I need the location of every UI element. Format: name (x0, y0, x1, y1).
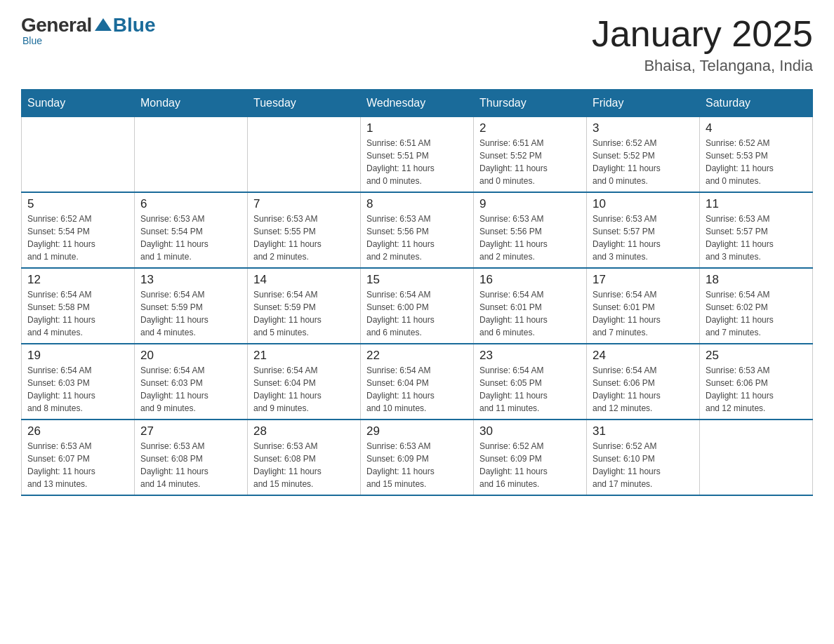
calendar-cell (700, 420, 813, 495)
day-info: Sunrise: 6:54 AMSunset: 6:05 PMDaylight:… (479, 364, 581, 415)
day-info: Sunrise: 6:54 AMSunset: 5:59 PMDaylight:… (140, 288, 241, 339)
day-number: 13 (140, 273, 241, 287)
day-info: Sunrise: 6:54 AMSunset: 6:06 PMDaylight:… (593, 364, 694, 415)
page-header: General Blue Blue January 2025 Bhaisa, T… (21, 14, 813, 75)
calendar-cell: 6Sunrise: 6:53 AMSunset: 5:54 PMDaylight… (135, 192, 248, 268)
day-number: 26 (27, 424, 128, 438)
day-info: Sunrise: 6:53 AMSunset: 5:56 PMDaylight:… (479, 213, 581, 263)
day-info: Sunrise: 6:53 AMSunset: 6:06 PMDaylight:… (706, 364, 807, 415)
day-info: Sunrise: 6:53 AMSunset: 5:57 PMDaylight:… (593, 213, 694, 263)
day-number: 6 (140, 197, 241, 211)
calendar-cell: 10Sunrise: 6:53 AMSunset: 5:57 PMDayligh… (587, 192, 700, 268)
week-row-1: 1Sunrise: 6:51 AMSunset: 5:51 PMDaylight… (22, 117, 813, 193)
day-number: 23 (479, 349, 581, 363)
day-number: 9 (479, 197, 581, 211)
day-number: 7 (253, 197, 355, 211)
day-info: Sunrise: 6:53 AMSunset: 5:55 PMDaylight:… (253, 213, 355, 263)
day-number: 5 (27, 197, 128, 211)
day-info: Sunrise: 6:54 AMSunset: 6:02 PMDaylight:… (706, 288, 807, 339)
day-number: 12 (27, 273, 128, 287)
day-info: Sunrise: 6:53 AMSunset: 6:08 PMDaylight:… (253, 440, 355, 490)
day-info: Sunrise: 6:53 AMSunset: 5:57 PMDaylight:… (706, 213, 807, 263)
week-row-3: 12Sunrise: 6:54 AMSunset: 5:58 PMDayligh… (22, 268, 813, 344)
calendar-subtitle: Bhaisa, Telangana, India (592, 57, 813, 75)
calendar-cell: 24Sunrise: 6:54 AMSunset: 6:06 PMDayligh… (587, 344, 700, 420)
day-number: 22 (366, 349, 468, 363)
logo-general-text: General (21, 14, 92, 36)
day-info: Sunrise: 6:54 AMSunset: 6:03 PMDaylight:… (27, 364, 128, 415)
calendar-cell: 13Sunrise: 6:54 AMSunset: 5:59 PMDayligh… (135, 268, 248, 344)
day-info: Sunrise: 6:54 AMSunset: 6:04 PMDaylight:… (366, 364, 468, 415)
day-number: 4 (706, 121, 807, 135)
calendar-cell: 11Sunrise: 6:53 AMSunset: 5:57 PMDayligh… (700, 192, 813, 268)
day-number: 30 (479, 424, 581, 438)
logo: General Blue Blue (21, 14, 155, 46)
day-number: 15 (366, 273, 468, 287)
calendar-cell: 16Sunrise: 6:54 AMSunset: 6:01 PMDayligh… (474, 268, 587, 344)
day-number: 29 (366, 424, 468, 438)
calendar-cell: 2Sunrise: 6:51 AMSunset: 5:52 PMDaylight… (474, 117, 587, 193)
calendar-cell: 27Sunrise: 6:53 AMSunset: 6:08 PMDayligh… (135, 420, 248, 495)
header-day-tuesday: Tuesday (248, 90, 361, 117)
day-number: 28 (253, 424, 355, 438)
calendar-cell: 15Sunrise: 6:54 AMSunset: 6:00 PMDayligh… (361, 268, 474, 344)
calendar-cell: 8Sunrise: 6:53 AMSunset: 5:56 PMDaylight… (361, 192, 474, 268)
day-number: 20 (140, 349, 241, 363)
calendar-cell: 12Sunrise: 6:54 AMSunset: 5:58 PMDayligh… (22, 268, 135, 344)
calendar-cell: 21Sunrise: 6:54 AMSunset: 6:04 PMDayligh… (248, 344, 361, 420)
day-info: Sunrise: 6:51 AMSunset: 5:51 PMDaylight:… (366, 137, 468, 187)
day-number: 27 (140, 424, 241, 438)
title-section: January 2025 Bhaisa, Telangana, India (592, 14, 813, 75)
day-number: 1 (366, 121, 468, 135)
day-info: Sunrise: 6:52 AMSunset: 6:10 PMDaylight:… (593, 440, 694, 490)
day-info: Sunrise: 6:52 AMSunset: 5:54 PMDaylight:… (27, 213, 128, 263)
day-number: 2 (479, 121, 581, 135)
day-number: 14 (253, 273, 355, 287)
day-number: 24 (593, 349, 694, 363)
day-info: Sunrise: 6:54 AMSunset: 6:04 PMDaylight:… (253, 364, 355, 415)
calendar-cell: 31Sunrise: 6:52 AMSunset: 6:10 PMDayligh… (587, 420, 700, 495)
header-day-saturday: Saturday (700, 90, 813, 117)
day-info: Sunrise: 6:54 AMSunset: 5:58 PMDaylight:… (27, 288, 128, 339)
calendar-cell: 18Sunrise: 6:54 AMSunset: 6:02 PMDayligh… (700, 268, 813, 344)
logo-triangle-icon (95, 18, 112, 31)
day-info: Sunrise: 6:52 AMSunset: 5:52 PMDaylight:… (593, 137, 694, 187)
calendar-cell: 30Sunrise: 6:52 AMSunset: 6:09 PMDayligh… (474, 420, 587, 495)
calendar-cell: 1Sunrise: 6:51 AMSunset: 5:51 PMDaylight… (361, 117, 474, 193)
week-row-2: 5Sunrise: 6:52 AMSunset: 5:54 PMDaylight… (22, 192, 813, 268)
day-number: 18 (706, 273, 807, 287)
day-info: Sunrise: 6:53 AMSunset: 6:07 PMDaylight:… (27, 440, 128, 490)
calendar-cell: 3Sunrise: 6:52 AMSunset: 5:52 PMDaylight… (587, 117, 700, 193)
day-number: 8 (366, 197, 468, 211)
calendar-cell (248, 117, 361, 193)
header-day-wednesday: Wednesday (361, 90, 474, 117)
day-number: 19 (27, 349, 128, 363)
calendar-cell (22, 117, 135, 193)
calendar-cell (135, 117, 248, 193)
day-info: Sunrise: 6:53 AMSunset: 6:09 PMDaylight:… (366, 440, 468, 490)
day-number: 31 (593, 424, 694, 438)
calendar-cell: 26Sunrise: 6:53 AMSunset: 6:07 PMDayligh… (22, 420, 135, 495)
calendar-table: SundayMondayTuesdayWednesdayThursdayFrid… (21, 89, 813, 496)
calendar-cell: 9Sunrise: 6:53 AMSunset: 5:56 PMDaylight… (474, 192, 587, 268)
day-info: Sunrise: 6:54 AMSunset: 6:01 PMDaylight:… (593, 288, 694, 339)
day-info: Sunrise: 6:51 AMSunset: 5:52 PMDaylight:… (479, 137, 581, 187)
header-day-thursday: Thursday (474, 90, 587, 117)
day-info: Sunrise: 6:54 AMSunset: 6:03 PMDaylight:… (140, 364, 241, 415)
header-row: SundayMondayTuesdayWednesdayThursdayFrid… (22, 90, 813, 117)
header-day-monday: Monday (135, 90, 248, 117)
calendar-cell: 17Sunrise: 6:54 AMSunset: 6:01 PMDayligh… (587, 268, 700, 344)
calendar-cell: 4Sunrise: 6:52 AMSunset: 5:53 PMDaylight… (700, 117, 813, 193)
week-row-5: 26Sunrise: 6:53 AMSunset: 6:07 PMDayligh… (22, 420, 813, 495)
day-number: 11 (706, 197, 807, 211)
day-number: 17 (593, 273, 694, 287)
calendar-cell: 7Sunrise: 6:53 AMSunset: 5:55 PMDaylight… (248, 192, 361, 268)
day-number: 10 (593, 197, 694, 211)
calendar-cell: 14Sunrise: 6:54 AMSunset: 5:59 PMDayligh… (248, 268, 361, 344)
day-info: Sunrise: 6:54 AMSunset: 6:00 PMDaylight:… (366, 288, 468, 339)
calendar-title: January 2025 (592, 14, 813, 54)
day-number: 16 (479, 273, 581, 287)
header-day-friday: Friday (587, 90, 700, 117)
day-info: Sunrise: 6:54 AMSunset: 6:01 PMDaylight:… (479, 288, 581, 339)
logo-blue-text: Blue (113, 14, 156, 36)
